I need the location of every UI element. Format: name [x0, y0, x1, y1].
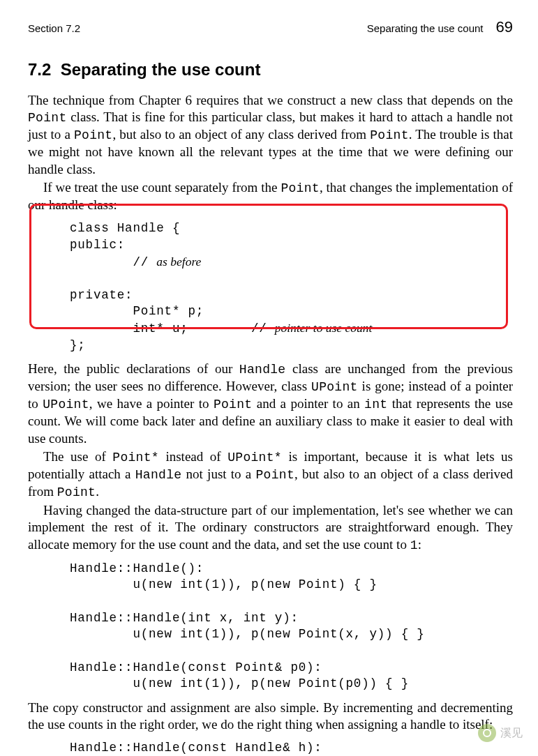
paragraph-5: Having changed the data-structure part o… [28, 502, 513, 554]
code-inline: Point [74, 128, 113, 142]
code-block-3: Handle::Handle(const Handle& h): u(h.u),… [70, 740, 513, 756]
code-inline: 1 [410, 538, 418, 552]
code-inline: UPoint* [227, 451, 282, 464]
section-number: 7.2 [28, 60, 51, 79]
section-label: Section 7.2 [28, 22, 80, 34]
paragraph-3: Here, the public declarations of our Han… [28, 361, 513, 447]
code-inline: Handle [239, 363, 286, 377]
code-inline: Point [57, 485, 96, 499]
paragraph-2: If we treat the use count separately fro… [28, 179, 513, 213]
code-inline: Point [370, 128, 409, 142]
code-inline: Point [281, 181, 320, 195]
chapter-label: Separating the use count [367, 22, 484, 34]
paragraph-6: The copy constructor and assignment are … [28, 700, 513, 734]
page-content: Section 7.2 Separating the use count 69 … [0, 0, 538, 756]
wechat-icon [478, 724, 496, 742]
section-title: 7.2 Separating the use count [28, 60, 513, 80]
page-number: 69 [496, 18, 513, 36]
code-inline: UPoint [311, 380, 358, 394]
paragraph-1: The technique from Chapter 6 requires th… [28, 92, 513, 178]
watermark: 溪见 [478, 724, 523, 742]
code-block-2: Handle::Handle(): u(new int(1)), p(new P… [70, 561, 513, 693]
watermark-text: 溪见 [500, 726, 523, 741]
code-inline: Point [255, 468, 294, 482]
paragraph-4: The use of Point* instead of UPoint* is … [28, 448, 513, 501]
code-block-1: class Handle { public: // as before priv… [70, 220, 513, 354]
running-head: Section 7.2 Separating the use count 69 [28, 18, 513, 36]
code-inline: Handle [135, 468, 182, 482]
code-inline: Point* [112, 451, 159, 464]
code-inline: Point [214, 398, 253, 411]
code-inline: int [364, 398, 387, 411]
section-heading-text: Separating the use count [61, 60, 261, 79]
code-inline: Point [28, 111, 67, 125]
code-inline: UPoint [43, 398, 89, 411]
